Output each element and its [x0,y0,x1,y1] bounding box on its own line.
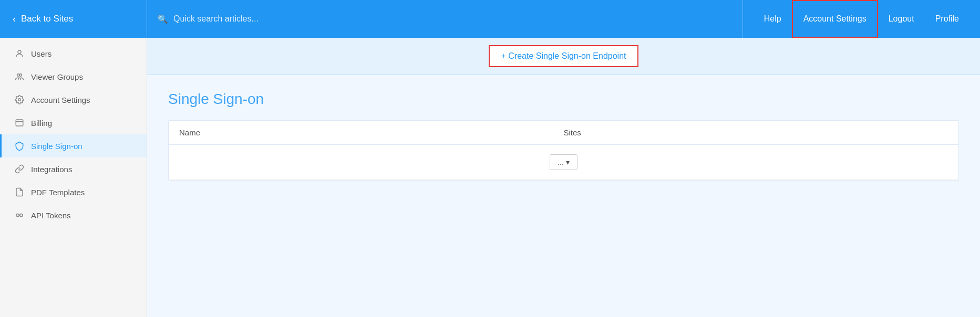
svg-point-7 [20,214,23,216]
help-link[interactable]: Help [754,0,792,38]
single-sign-on-icon [14,141,25,151]
integrations-icon [14,164,25,174]
table-col-sites: Sites [564,128,948,137]
user-icon [14,48,25,59]
back-to-sites-label: Back to Sites [21,14,73,24]
table-col-name: Name [179,128,564,137]
sso-table: Name Sites ... ▾ [168,120,959,181]
create-sso-endpoint-label: + Create Single Sign-on Endpoint [501,51,626,61]
content-area: + Create Single Sign-on Endpoint Single … [147,38,980,317]
table-row: ... ▾ [169,145,958,180]
page-title: Single Sign-on [168,91,959,108]
viewer-groups-icon [14,71,25,82]
pdf-templates-icon [14,187,25,197]
billing-icon [14,118,25,128]
table-header: Name Sites [169,121,958,145]
api-tokens-icon [14,210,25,220]
sidebar-item-billing[interactable]: Billing [0,111,147,134]
main-layout: Users Viewer Groups Account Settings Bil… [0,38,980,317]
nav-links: Help Account Settings Logout Profile [743,0,980,38]
back-to-sites-button[interactable]: ‹ Back to Sites [0,0,147,38]
sidebar: Users Viewer Groups Account Settings Bil… [0,38,147,317]
svg-point-0 [18,50,21,54]
search-icon: 🔍 [158,14,168,24]
back-arrow-icon: ‹ [13,14,16,25]
sidebar-item-account-settings[interactable]: Account Settings [0,88,147,111]
account-settings-nav-link[interactable]: Account Settings [792,0,878,38]
sidebar-item-pdf-templates[interactable]: PDF Templates [0,181,147,204]
more-options-button[interactable]: ... ▾ [550,154,577,170]
search-bar: 🔍 [147,0,743,38]
sidebar-item-users[interactable]: Users [0,42,147,65]
sidebar-item-viewer-groups[interactable]: Viewer Groups [0,65,147,88]
top-nav: ‹ Back to Sites 🔍 Help Account Settings … [0,0,980,38]
svg-point-2 [19,74,22,77]
svg-point-3 [18,99,21,101]
sidebar-item-users-label: Users [31,49,51,58]
create-sso-endpoint-button[interactable]: + Create Single Sign-on Endpoint [489,45,639,67]
account-settings-icon [14,94,25,105]
sidebar-item-single-sign-on-label: Single Sign-on [31,142,82,151]
profile-link[interactable]: Profile [925,0,969,38]
sidebar-item-viewer-groups-label: Viewer Groups [31,72,83,81]
content-toolbar: + Create Single Sign-on Endpoint [147,38,980,75]
sidebar-item-pdf-templates-label: PDF Templates [31,188,85,197]
sidebar-item-api-tokens-label: API Tokens [31,211,71,220]
sidebar-item-integrations-label: Integrations [31,165,72,174]
more-options-label: ... ▾ [558,158,570,166]
search-input[interactable] [173,14,732,24]
svg-rect-4 [16,120,23,126]
sidebar-item-api-tokens[interactable]: API Tokens [0,204,147,227]
svg-point-6 [16,214,19,216]
sidebar-item-integrations[interactable]: Integrations [0,157,147,181]
content-body: Single Sign-on Name Sites ... ▾ [147,75,980,196]
logout-link[interactable]: Logout [878,0,925,38]
sidebar-item-single-sign-on[interactable]: Single Sign-on [0,134,147,157]
sidebar-item-billing-label: Billing [31,119,52,128]
sidebar-item-account-settings-label: Account Settings [31,96,90,104]
